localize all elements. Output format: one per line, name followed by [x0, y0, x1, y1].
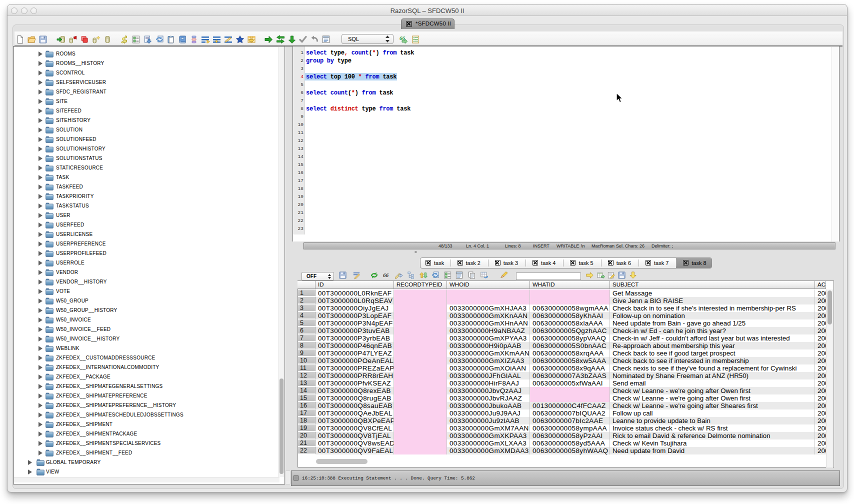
svg-text:66: 66	[383, 272, 389, 278]
svg-text:66: 66	[400, 35, 406, 41]
